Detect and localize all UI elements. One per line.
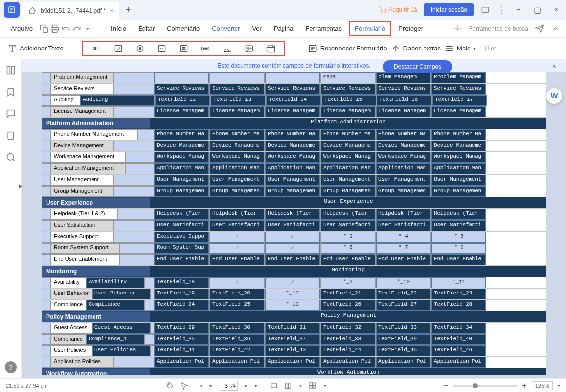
form-field[interactable]: Phone Number Ma bbox=[154, 129, 209, 140]
fit-width-icon[interactable] bbox=[270, 382, 278, 390]
app-logo[interactable] bbox=[4, 2, 20, 18]
form-field[interactable]: User Satisfacti bbox=[376, 220, 430, 231]
read-toggle[interactable]: Ler bbox=[480, 45, 496, 52]
tab-close[interactable]: × bbox=[110, 7, 113, 14]
menu-comentario[interactable]: Comentário bbox=[162, 22, 205, 35]
hand-icon[interactable] bbox=[165, 382, 173, 390]
form-field[interactable]: Application Man bbox=[376, 163, 430, 174]
checkbox-field[interactable]: ✓ bbox=[265, 232, 320, 243]
view-mode-icon[interactable] bbox=[309, 382, 317, 390]
form-field[interactable]: TextField_42 bbox=[210, 345, 264, 356]
form-field[interactable]: License Managem bbox=[376, 106, 430, 117]
recognize-form-tool[interactable]: Reconhecer Formulário bbox=[308, 44, 387, 53]
form-field[interactable]: Problem Managem bbox=[431, 72, 486, 83]
form-field[interactable]: License Managem bbox=[431, 106, 486, 117]
form-field[interactable]: Phone Number Ma bbox=[321, 129, 375, 140]
form-field[interactable]: Group Managemen bbox=[321, 186, 375, 197]
form-field[interactable]: TextField_12 bbox=[155, 95, 210, 106]
form-field[interactable]: User Management bbox=[321, 175, 375, 186]
form-field[interactable]: TextField_20 bbox=[210, 289, 264, 299]
form-field[interactable]: TextField_18 bbox=[154, 277, 209, 288]
form-field[interactable]: *_3 bbox=[321, 232, 375, 243]
add-text-tool[interactable]: Adicionar Texto bbox=[8, 44, 64, 53]
redo-icon[interactable] bbox=[72, 24, 81, 33]
signature-tool[interactable] bbox=[222, 44, 232, 53]
form-field[interactable]: Group Managemen bbox=[210, 186, 264, 197]
form-field[interactable]: End User Enable bbox=[265, 254, 320, 265]
form-field[interactable]: User Satisfacti bbox=[210, 220, 264, 231]
login-button[interactable]: Iniciar sessão bbox=[424, 3, 474, 16]
form-field[interactable]: TextField_31 bbox=[265, 323, 320, 334]
form-field[interactable]: Application Pol bbox=[321, 357, 375, 368]
maximize-button[interactable]: ▢ bbox=[531, 4, 543, 16]
section-field[interactable]: User Experience bbox=[150, 197, 546, 208]
form-field[interactable]: Phone Number Ma bbox=[210, 129, 264, 140]
form-field[interactable]: TextField_24 bbox=[154, 300, 209, 311]
last-page[interactable]: ▸⎸ bbox=[255, 382, 263, 389]
form-field[interactable]: TextField_45 bbox=[376, 345, 430, 356]
bookmark-icon[interactable] bbox=[6, 87, 16, 97]
copy-icon[interactable] bbox=[40, 24, 48, 33]
form-field[interactable]: Application Man bbox=[321, 163, 375, 174]
form-field[interactable] bbox=[154, 72, 209, 83]
print-icon[interactable] bbox=[50, 24, 59, 33]
minimize-button[interactable]: − bbox=[513, 4, 524, 16]
next-page[interactable]: ▸ bbox=[245, 382, 248, 389]
close-button[interactable]: × bbox=[550, 4, 562, 16]
document-tab[interactable]: b9ddf151-2...74441.pdf * × bbox=[22, 2, 119, 20]
form-field[interactable]: Helpdesk (Tier bbox=[210, 209, 264, 220]
search-icon[interactable] bbox=[6, 152, 16, 162]
form-field[interactable]: TextField_17 bbox=[432, 95, 487, 106]
new-tab-button[interactable]: + bbox=[121, 3, 135, 17]
form-field[interactable]: User Policies bbox=[92, 345, 150, 356]
form-field[interactable]: TextField_13 bbox=[211, 95, 265, 106]
form-field[interactable]: License Managem bbox=[210, 106, 264, 117]
form-field[interactable]: *_10 bbox=[376, 277, 430, 288]
form-field[interactable]: Room System Sup bbox=[154, 243, 209, 254]
form-field[interactable]: TextField_29 bbox=[154, 323, 209, 334]
form-field[interactable]: TextField_46 bbox=[431, 345, 486, 356]
menu-editar[interactable]: Editar bbox=[133, 22, 160, 35]
form-field[interactable]: Device Manageme bbox=[431, 141, 486, 151]
form-field[interactable]: Helpdesk (Tier bbox=[431, 209, 486, 220]
section-field[interactable]: Policy Management bbox=[150, 311, 546, 322]
form-field[interactable]: Workspace Manag bbox=[321, 152, 375, 163]
cursor-icon[interactable] bbox=[180, 382, 188, 390]
form-field[interactable]: TextField_26 bbox=[321, 300, 375, 311]
form-field[interactable]: Device Manageme bbox=[321, 141, 375, 151]
form-field[interactable]: TextField_15 bbox=[322, 95, 376, 106]
textfield-tool[interactable] bbox=[92, 44, 101, 53]
form-field[interactable]: Guest Access bbox=[92, 323, 150, 334]
form-field[interactable]: User Satisfacti bbox=[431, 220, 486, 231]
document-viewport[interactable]: Problem ManagementManablem ManagemProble… bbox=[42, 72, 546, 375]
form-field[interactable]: End User Enable bbox=[376, 254, 430, 265]
dropdown-tool[interactable] bbox=[157, 44, 167, 53]
menu-proteger[interactable]: Proteger bbox=[393, 22, 428, 35]
form-field[interactable]: TextField_14 bbox=[266, 95, 321, 106]
form-field[interactable]: TextField_41 bbox=[154, 345, 209, 356]
form-field[interactable]: Service Reviews bbox=[265, 84, 320, 95]
form-field[interactable]: *_6 bbox=[321, 243, 375, 254]
form-field[interactable]: TextField_38 bbox=[321, 334, 375, 345]
form-field[interactable]: End User Enable bbox=[154, 254, 209, 265]
form-field[interactable]: Workspace Manag bbox=[154, 152, 209, 163]
form-field[interactable]: Phone Number Ma bbox=[376, 129, 430, 140]
menu-inicio[interactable]: Início bbox=[106, 22, 131, 35]
image-tool[interactable] bbox=[244, 44, 254, 53]
form-field[interactable]: TextField_35 bbox=[154, 334, 209, 345]
form-field[interactable]: Application Pol bbox=[431, 357, 486, 368]
form-field[interactable]: TextField_39 bbox=[376, 334, 430, 345]
menu-pagina[interactable]: Página bbox=[269, 22, 298, 35]
form-field[interactable]: Application Pol bbox=[154, 357, 209, 368]
form-field[interactable]: Service Reviews bbox=[154, 84, 209, 95]
form-field[interactable]: License Managem bbox=[265, 106, 320, 117]
form-field[interactable]: Group Managemen bbox=[265, 186, 320, 197]
form-field[interactable]: Auditing bbox=[80, 95, 154, 106]
form-field[interactable]: Phone Number Ma bbox=[265, 129, 320, 140]
form-field[interactable]: Device Manageme bbox=[265, 141, 320, 151]
menu-arquivo[interactable]: Arquivo bbox=[6, 22, 38, 35]
send-icon[interactable] bbox=[535, 24, 544, 33]
form-field[interactable]: TextField_25 bbox=[210, 300, 264, 311]
form-field[interactable]: *_12 bbox=[265, 289, 320, 299]
menu-ferramentas[interactable]: Ferramentas bbox=[300, 22, 347, 35]
